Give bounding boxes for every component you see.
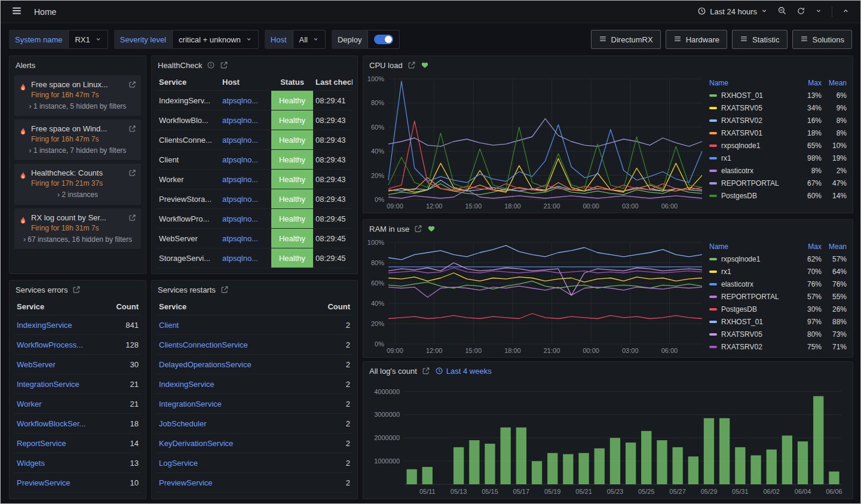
service-link[interactable]: WebServer [14, 355, 105, 374]
legend-header[interactable]: NameMaxMean [709, 76, 847, 89]
legend-item[interactable]: rxpsqlnode162%57% [709, 253, 847, 265]
legend-item[interactable]: PostgesDB30%26% [709, 303, 847, 315]
service-link[interactable]: IndexingService [14, 315, 105, 334]
service-link[interactable]: ReportService [14, 434, 105, 453]
external-link-icon[interactable] [407, 61, 416, 69]
status-cell: Healthy [271, 170, 313, 189]
host-link[interactable]: atpsqlno... [220, 189, 271, 208]
system-name-select[interactable]: RX1 [68, 30, 108, 49]
service-link[interactable]: IntegrationService [157, 394, 317, 413]
legend-item[interactable]: REPORTPORTAL57%55% [709, 290, 847, 303]
cpu-load-chart: 0%20%40%60%80%100%09:0012:0015:0018:0021… [367, 75, 704, 210]
series-mean: 9% [822, 104, 847, 112]
service-link[interactable]: Client [157, 315, 317, 334]
cpu-load-panel: CPU load 0%20%40%60%80%100%09:0012:0015:… [363, 56, 853, 213]
series-name: REPORTPORTAL [721, 179, 779, 188]
external-link-icon[interactable] [414, 225, 422, 233]
service-link[interactable]: Widgets [14, 453, 105, 472]
legend-item[interactable]: RXHOST_0113%6% [709, 89, 847, 102]
legend-item[interactable]: RXATSRV0275%71% [709, 340, 847, 353]
service-link[interactable]: DelayedOperationsService [157, 355, 317, 374]
host-link[interactable]: atpsqlno... [220, 248, 271, 268]
host-link[interactable]: atpsqlno... [220, 170, 271, 189]
legend-item[interactable]: rxpsqlnode165%10% [709, 139, 847, 152]
severity-select[interactable]: critical + unknown [172, 30, 259, 49]
services-restarts-panel: Services restarts ServiceCountClient2Cli… [151, 280, 358, 499]
host-select[interactable]: All [293, 30, 326, 49]
legend-item[interactable]: rx198%19% [709, 152, 847, 164]
caret-down-icon [815, 7, 822, 16]
host-link[interactable]: atpsqlno... [220, 229, 271, 248]
external-link-icon[interactable] [128, 168, 136, 179]
refresh-interval-caret[interactable] [811, 4, 826, 20]
service-link[interactable]: PreviewService [14, 473, 105, 492]
svg-text:03:00: 03:00 [622, 202, 639, 210]
series-swatch [709, 346, 717, 348]
healthcheck-table: ServiceHostStatusLast checkIndexingServ.… [152, 74, 357, 268]
service-link[interactable]: IntegrationService [14, 374, 105, 394]
legend-header[interactable]: NameMaxMean [709, 240, 847, 253]
healthcheck-panel: HealthCheck ServiceHostStatusLast checkI… [151, 56, 358, 274]
legend-item[interactable]: elasticotrx76%76% [709, 278, 847, 290]
fire-icon [19, 127, 27, 138]
service-link[interactable]: Worker [14, 394, 105, 413]
host-link[interactable]: atpsqlno... [220, 130, 271, 149]
external-link-icon[interactable] [72, 285, 81, 294]
service-link[interactable]: LogService [157, 453, 317, 472]
svg-text:80%: 80% [371, 99, 384, 106]
ram-in-use-chart: 0%20%40%60%80%100%09:0012:0015:0018:0021… [367, 239, 704, 355]
external-link-icon[interactable] [422, 367, 430, 375]
zoom-out-button[interactable] [774, 2, 790, 21]
series-max: 57% [796, 293, 822, 301]
toolbar-button-hardware[interactable]: Hardware [666, 30, 727, 49]
alert-firing-duration: Firing for 17h 21m 37s [31, 179, 135, 188]
legend-item[interactable]: elasticotrx8%2% [709, 164, 847, 177]
legend-item[interactable]: RXATSRV0118%8% [709, 127, 847, 139]
service-link[interactable]: ClientsConnectionService [157, 335, 317, 354]
alert-firing-duration: Firing for 18h 31m 7s [31, 224, 135, 232]
refresh-button[interactable] [793, 3, 809, 21]
svg-text:0%: 0% [375, 340, 384, 348]
svg-text:20%: 20% [371, 172, 384, 179]
host-link[interactable]: atpsqlno... [220, 110, 271, 130]
status-badge: Healthy [271, 170, 313, 189]
legend-item[interactable]: RXATSRV0216%8% [709, 114, 847, 127]
service-link[interactable]: KeyDerivationService [157, 434, 317, 453]
table-row: ReportService14 [14, 434, 141, 453]
menu-button[interactable] [8, 2, 26, 21]
legend-item[interactable]: RXATSRV0534%9% [709, 102, 847, 114]
filter-bar: System name RX1 Severity level critical … [1, 23, 860, 56]
table-row: KeyDerivationService2 [157, 434, 353, 453]
alert-instances: › 1 instance, 7 hidden by filters [20, 146, 135, 155]
external-link-icon[interactable] [220, 285, 229, 294]
toolbar-button-directumrx[interactable]: DirectumRX [591, 30, 661, 49]
table-row: Clientatpsqlno...Healthy08:29:43 [157, 150, 353, 170]
legend-item[interactable]: REPORTPORTAL67%47% [709, 177, 847, 189]
toolbar-button-statistic[interactable]: Statistic [732, 30, 788, 49]
toolbar-button-solutions[interactable]: Solutions [792, 30, 852, 49]
legend-item[interactable]: RXHOST_0197%88% [709, 315, 847, 328]
service-link[interactable]: WorkflowProcess... [14, 335, 105, 354]
time-range-picker[interactable]: Last 24 hours [694, 3, 771, 21]
series-mean: 76% [822, 280, 847, 288]
service-link[interactable]: WorkflowBlockSer... [14, 414, 105, 433]
legend-item[interactable]: rx170%64% [709, 265, 847, 278]
page-title: Home [34, 7, 56, 17]
deploy-toggle[interactable] [374, 35, 393, 44]
external-link-icon[interactable] [220, 61, 228, 69]
info-icon[interactable] [207, 61, 215, 69]
external-link-icon[interactable] [128, 80, 136, 91]
host-link[interactable]: atpsqlno... [220, 91, 271, 110]
service-link[interactable]: IndexingService [157, 374, 317, 394]
legend-item[interactable]: PostgesDB60%14% [709, 189, 847, 202]
host-link[interactable]: atpsqlno... [220, 150, 271, 169]
legend-item[interactable]: RXATSRV0580%73% [709, 328, 847, 340]
last-check-time: 08:29:43 [313, 189, 353, 208]
collapse-button[interactable] [838, 4, 853, 20]
service-link[interactable]: JobScheduler [157, 414, 317, 433]
host-link[interactable]: atpsqlno... [220, 209, 271, 228]
series-mean: 88% [822, 318, 847, 326]
service-link[interactable]: PreviewService [157, 473, 317, 492]
external-link-icon[interactable] [128, 124, 136, 135]
external-link-icon[interactable] [128, 213, 136, 224]
